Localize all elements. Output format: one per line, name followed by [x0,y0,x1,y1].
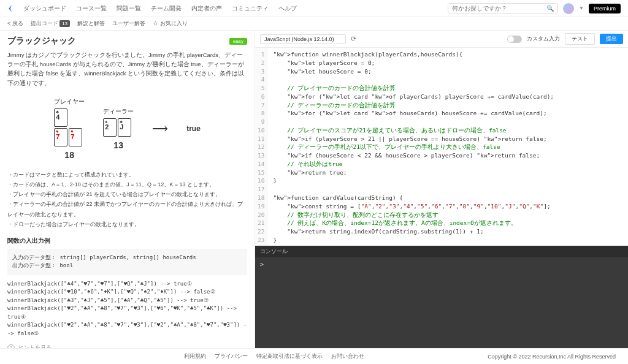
result-label: true [186,124,201,133]
card: ♥7 [54,128,67,146]
console-header[interactable]: コンソール [255,246,628,257]
rule-item: ディーラーの手札の合計値が 22 未満でかつプレイヤーのカードの合計値より大きけ… [7,199,247,219]
io-input: 入力のデータ型： string[] playerCards, string[] … [12,254,242,262]
card-diagram: プレイヤー ♣4 ♥7 ♥7 18 ディーラー ♠2 ♣J [7,97,247,160]
footer-link[interactable]: プライバシー [215,352,248,360]
custom-input-label: カスタム入力 [527,35,560,43]
footer-link[interactable]: お問い合わせ [331,352,364,360]
search-input[interactable] [452,5,546,12]
search-icon[interactable]: 🔍 [546,5,554,12]
rule-item: カードはマークと数によって構成されています。 [7,170,247,180]
footer-link[interactable]: 特定商取引法に基づく表示 [256,352,323,360]
main-header: ダッシュボードコース一覧問題一覧チーム開発内定者の声コミュニティヘルプ 🔍 ▼ … [0,0,628,17]
nav-item[interactable]: 問題一覧 [117,4,141,13]
problem-description: Jimmy はカジノでブラックジャックを行いました。Jimmy の手札 play… [7,50,247,88]
rule-item: プレイヤーの手札の合計値が 21 を超えている場合はプレイヤーの敗北となります。 [7,189,247,199]
code-editor[interactable]: 1234567891011121314151617181920212223242… [255,48,628,246]
nav-item[interactable]: ヘルプ [278,4,297,13]
favorite-toggle[interactable]: ☆ お気に入り [153,20,188,28]
nav-item[interactable]: 内定者の声 [191,4,222,13]
problem-title: ブラックジャック [7,36,76,47]
io-output: 出力のデータ型： bool [12,262,242,270]
example-line: winnerBlackjack(["♥2","♣A","♣8","♥7","♥3… [7,321,247,338]
avatar[interactable] [563,3,574,14]
dealer-score: 13 [103,140,134,150]
editor-panel: JavaScript (Node.js 12.14.0) ⟳ カスタム入力 テス… [255,31,628,355]
custom-input-toggle[interactable] [507,36,522,43]
submit-button[interactable]: 提出 [600,34,623,44]
test-button[interactable]: テスト [565,33,595,45]
difficulty-badge: easy [229,38,247,45]
nav-item[interactable]: ダッシュボード [23,4,66,13]
reload-icon[interactable]: ⟳ [351,35,356,43]
card: ♣J [118,118,131,137]
example-line: winnerBlackjack(["♣4","♥7","♥7"],["♥Q","… [7,280,247,289]
card: ♥7 [69,128,82,146]
nav-item[interactable]: コース一覧 [76,4,107,13]
logo-icon[interactable] [7,4,16,13]
player-score: 18 [54,150,85,160]
io-title: 関数の入出力例 [7,237,247,245]
examples: winnerBlackjack(["♣4","♥7","♥7"],["♥Q","… [7,280,247,338]
nav-item[interactable]: コミュニティ [232,4,269,13]
copyright: Copyright © 2022 Recursion,Inc All Right… [488,354,616,360]
language-select[interactable]: JavaScript (Node.js 12.14.0) [260,34,346,44]
main-nav: ダッシュボードコース一覧問題一覧チーム開発内定者の声コミュニティヘルプ [23,4,297,13]
example-line: winnerBlackjack(["♥10","♠6","♦K"],["♥Q",… [7,288,247,297]
back-link[interactable]: < 戻る [7,20,23,28]
card: ♠2 [103,118,117,137]
chevron-down-icon[interactable]: ▼ [579,6,584,11]
footer-link[interactable]: 利用規約 [184,352,206,360]
submitted-tab[interactable]: 提出コード 13 [31,20,70,28]
example-line: winnerBlackjack(["♣3","♠J","♣5"],["♣A","… [7,297,247,305]
player-label: プレイヤー [54,97,85,106]
subheader: < 戻る 提出コード 13 解説と解答 ユーザー解答 ☆ お気に入り [0,17,628,31]
io-box: 入力のデータ型： string[] playerCards, string[] … [7,249,247,275]
premium-button[interactable]: Premium [589,4,621,13]
search-box[interactable]: 🔍 [448,3,558,13]
example-line: winnerBlackjack(["♥2","♣A","♣8","♥7","♥3… [7,305,247,321]
rules-list: カードはマークと数によって構成されています。カードの値は、A = 1、2-10 … [7,170,247,229]
submit-count-badge: 13 [59,20,70,27]
nav-item[interactable]: チーム開発 [151,4,182,13]
rule-item: カードの値は、A = 1、2-10 はそのままの値、J = 11、Q = 12、… [7,180,247,189]
footer: 利用規約プライバシー特定商取引法に基づく表示お問い合わせ Copyright ©… [0,348,628,364]
user-answer-tab[interactable]: ユーザー解答 [112,20,145,28]
editor-toolbar: JavaScript (Node.js 12.14.0) ⟳ カスタム入力 テス… [255,31,628,48]
arrow-icon: ⟶ [152,122,168,135]
rule-item: ドローだった場合はプレイヤーの敗北となります。 [7,219,247,229]
card: ♣4 [54,108,67,127]
console-body: > [255,257,628,355]
dealer-label: ディーラー [103,107,134,116]
problem-panel: ブラックジャック easy Jimmy はカジノでブラックジャックを行いました。… [0,31,255,355]
explanation-tab[interactable]: 解説と解答 [77,20,105,28]
